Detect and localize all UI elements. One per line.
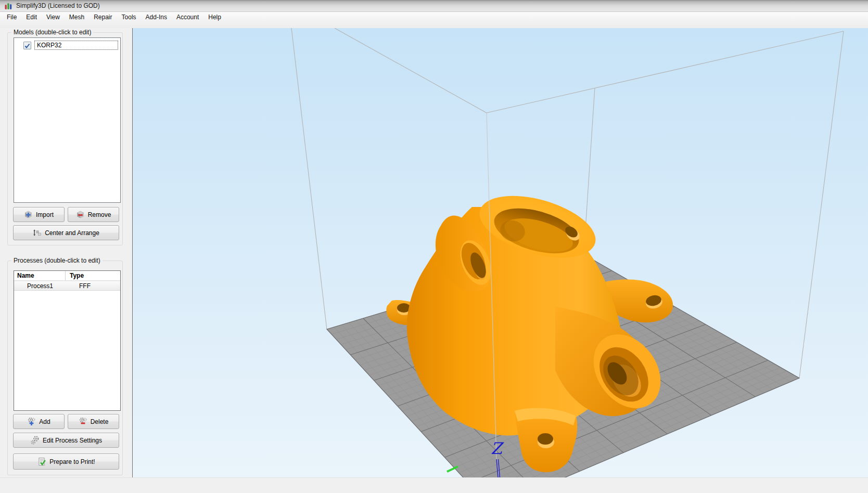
app-window: Simplify3D (Licensed to GOD) File Edit V… (0, 0, 868, 493)
import-button-label: Import (36, 211, 54, 218)
processes-panel-title: Processes (double-click to edit) (11, 257, 103, 264)
status-bar (0, 477, 868, 493)
model-checkbox[interactable] (23, 42, 31, 49)
column-header-name: Name (14, 271, 65, 280)
gear-plus-icon (27, 417, 36, 426)
import-button[interactable]: Import (13, 207, 65, 222)
prepare-to-print-label: Prepare to Print! (49, 458, 95, 465)
process-type: FFF (75, 282, 120, 290)
remove-button[interactable]: Remove (68, 207, 119, 222)
viewport-3d[interactable]: Z (132, 28, 868, 477)
process-name: Process1 (14, 282, 75, 290)
document-check-icon (37, 457, 46, 466)
center-and-arrange-button[interactable]: Center and Arrange (13, 225, 119, 240)
menu-tools[interactable]: Tools (117, 12, 141, 22)
menu-bar: File Edit View Mesh Repair Tools Add-Ins… (0, 12, 868, 28)
cube-plus-icon (24, 210, 33, 219)
menu-mesh[interactable]: Mesh (65, 12, 89, 22)
process-row[interactable]: Process1 FFF (14, 281, 120, 291)
gear-minus-icon (79, 417, 87, 426)
app-logo-icon (4, 2, 12, 10)
menu-account[interactable]: Account (172, 12, 203, 22)
model-list[interactable]: KORP32 (14, 37, 121, 203)
menu-help[interactable]: Help (203, 12, 226, 22)
model-list-item[interactable]: KORP32 (35, 41, 118, 49)
edit-process-settings-label: Edit Process Settings (43, 437, 102, 444)
prepare-to-print-button[interactable]: Prepare to Print! (13, 453, 119, 470)
cube-minus-icon (76, 210, 85, 219)
arrange-arrows-icon (33, 228, 42, 237)
column-header-type: Type (65, 271, 120, 280)
models-panel-title: Models (double-click to edit) (11, 29, 93, 36)
menu-edit[interactable]: Edit (21, 12, 42, 22)
title-bar: Simplify3D (Licensed to GOD) (0, 0, 868, 12)
add-process-button[interactable]: Add (13, 414, 65, 429)
delete-process-button[interactable]: Delete (68, 414, 119, 429)
menu-view[interactable]: View (42, 12, 65, 22)
edit-process-settings-button[interactable]: Edit Process Settings (13, 433, 119, 448)
remove-button-label: Remove (88, 211, 111, 218)
center-arrange-button-label: Center and Arrange (45, 229, 99, 237)
menu-repair[interactable]: Repair (89, 12, 117, 22)
menu-addins[interactable]: Add-Ins (141, 12, 172, 22)
menu-file[interactable]: File (2, 12, 21, 22)
delete-button-label: Delete (91, 418, 109, 425)
left-sidebar: Models (double-click to edit) KORP32 Imp… (0, 28, 132, 477)
process-table-header: Name Type (14, 271, 120, 281)
checkmark-icon (24, 43, 31, 49)
add-button-label: Add (39, 418, 50, 425)
gears-icon (30, 436, 40, 445)
window-title: Simplify3D (Licensed to GOD) (16, 2, 100, 9)
process-table[interactable]: Name Type Process1 FFF (14, 270, 121, 411)
model-item-label: KORP32 (37, 42, 61, 49)
